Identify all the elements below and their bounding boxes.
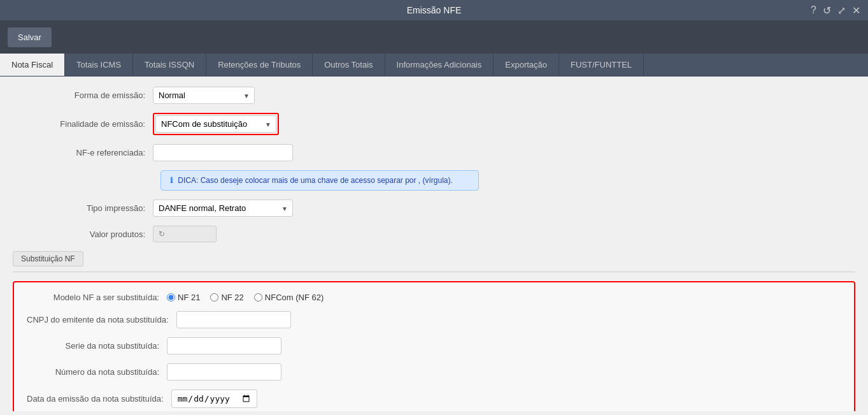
close-icon[interactable]: ✕ bbox=[852, 4, 860, 17]
finalidade-emissao-row: Finalidade de emissão: NFCom de substitu… bbox=[13, 113, 855, 135]
save-button[interactable]: Salvar bbox=[8, 27, 52, 47]
tab-totais-issqn[interactable]: Totais ISSQN bbox=[133, 54, 206, 76]
numero-input[interactable] bbox=[167, 363, 281, 381]
forma-emissao-label: Forma de emissão: bbox=[13, 91, 153, 100]
header-title: Emissão NFE bbox=[407, 5, 462, 15]
modelo-nf-radio-group: NF 21 NF 22 NFCom (NF 62) bbox=[167, 293, 324, 302]
radio-nf21-input[interactable] bbox=[167, 293, 175, 302]
tipo-impressao-select[interactable]: DANFE normal, Retrato bbox=[153, 200, 293, 217]
tab-bar: Nota Fiscal Totais ICMS Totais ISSQN Ret… bbox=[0, 54, 868, 76]
numero-row: Número da nota substituída: bbox=[27, 363, 841, 381]
serie-input[interactable] bbox=[167, 337, 281, 354]
main-content: Forma de emissão: Normal Finalidade de e… bbox=[0, 76, 868, 411]
data-input[interactable] bbox=[171, 390, 257, 408]
tab-outros-totais[interactable]: Outros Totais bbox=[313, 54, 385, 76]
tipo-impressao-select-wrapper: DANFE normal, Retrato bbox=[153, 200, 293, 217]
app-header: Emissão NFE ? ↺ ⤢ ✕ bbox=[0, 0, 868, 20]
refresh-icon: ↻ bbox=[159, 229, 165, 238]
info-icon: ℹ bbox=[170, 176, 173, 185]
section-title: Substituição NF bbox=[13, 251, 83, 266]
finalidade-emissao-label: Finalidade de emissão: bbox=[13, 119, 153, 129]
tab-informacoes[interactable]: Informações Adicionais bbox=[385, 54, 494, 76]
data-label: Data da emissão da nota substituída: bbox=[27, 394, 171, 404]
forma-emissao-select[interactable]: Normal bbox=[153, 87, 255, 104]
radio-nf22[interactable]: NF 22 bbox=[210, 293, 243, 302]
radio-nf21-label: NF 21 bbox=[178, 293, 200, 302]
tipo-impressao-label: Tipo impressão: bbox=[13, 203, 153, 213]
data-row: Data da emissão da nota substituída: bbox=[27, 390, 841, 408]
modelo-nf-label: Modelo NF a ser substituída: bbox=[27, 293, 167, 302]
tab-totais-icms[interactable]: Totais ICMS bbox=[65, 54, 133, 76]
cnpj-row: CNPJ do emitente da nota substituída: bbox=[27, 311, 841, 328]
radio-nf22-input[interactable] bbox=[210, 293, 218, 302]
tip-text: DICA: Caso deseje colocar mais de uma ch… bbox=[178, 176, 453, 185]
nfe-referenciada-label: NF-e referenciada: bbox=[13, 148, 153, 157]
forma-emissao-select-wrapper: Normal bbox=[153, 87, 255, 104]
tab-fust[interactable]: FUST/FUNTTEL bbox=[559, 54, 644, 76]
history-icon[interactable]: ↺ bbox=[823, 4, 831, 17]
tab-retencoes[interactable]: Retenções de Tributos bbox=[206, 54, 313, 76]
radio-nf22-label: NF 22 bbox=[221, 293, 243, 302]
nfe-referenciada-input[interactable] bbox=[153, 144, 293, 161]
valor-produtos-label: Valor produtos: bbox=[13, 229, 153, 239]
radio-nfcom-input[interactable] bbox=[254, 293, 262, 302]
finalidade-emissao-select-wrapper: NFCom de substituição bbox=[155, 115, 276, 133]
tip-box: ℹ DICA: Caso deseje colocar mais de uma … bbox=[160, 170, 479, 191]
header-icons: ? ↺ ⤢ ✕ bbox=[811, 4, 860, 17]
section-header: Substituição NF bbox=[13, 251, 855, 272]
toolbar: Salvar bbox=[0, 20, 868, 54]
valor-produtos-field: ↻ bbox=[153, 226, 217, 242]
tab-exportacao[interactable]: Exportação bbox=[494, 54, 559, 76]
valor-produtos-row: Valor produtos: ↻ bbox=[13, 226, 855, 242]
forma-emissao-row: Forma de emissão: Normal bbox=[13, 87, 855, 104]
tipo-impressao-row: Tipo impressão: DANFE normal, Retrato bbox=[13, 200, 855, 217]
nfe-referenciada-row: NF-e referenciada: bbox=[13, 144, 855, 161]
radio-nf21[interactable]: NF 21 bbox=[167, 293, 200, 302]
cnpj-input[interactable] bbox=[176, 311, 291, 328]
modelo-nf-row: Modelo NF a ser substituída: NF 21 NF 22… bbox=[27, 293, 841, 302]
cnpj-label: CNPJ do emitente da nota substituída: bbox=[27, 315, 176, 324]
finalidade-emissao-highlight: NFCom de substituição bbox=[153, 113, 279, 135]
numero-label: Número da nota substituída: bbox=[27, 367, 167, 377]
expand-icon[interactable]: ⤢ bbox=[837, 4, 846, 17]
finalidade-emissao-select[interactable]: NFCom de substituição bbox=[155, 115, 276, 133]
serie-label: Serie da nota substituída: bbox=[27, 341, 167, 351]
radio-nfcom[interactable]: NFCom (NF 62) bbox=[254, 293, 324, 302]
radio-nfcom-label: NFCom (NF 62) bbox=[265, 293, 324, 302]
substitution-section: Modelo NF a ser substituída: NF 21 NF 22… bbox=[13, 281, 855, 411]
serie-row: Serie da nota substituída: bbox=[27, 337, 841, 354]
tab-nota-fiscal[interactable]: Nota Fiscal bbox=[0, 54, 65, 76]
help-icon[interactable]: ? bbox=[811, 4, 816, 17]
